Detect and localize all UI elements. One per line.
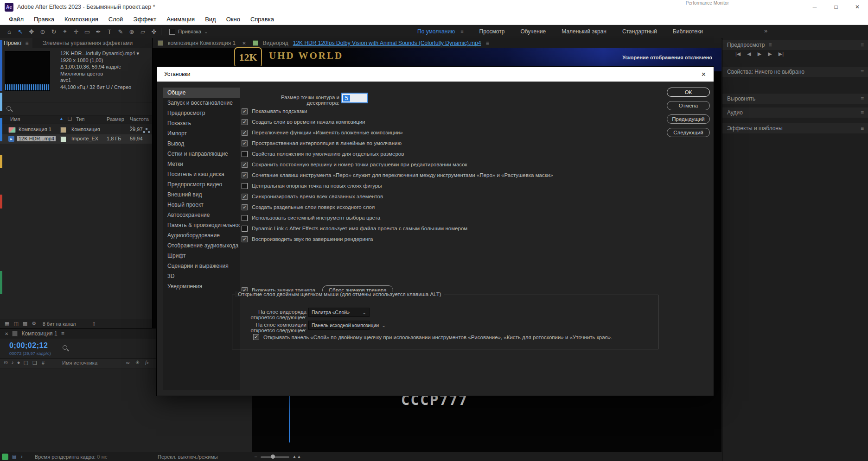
workspace-menu-icon[interactable]: ≡	[460, 29, 463, 34]
transport-icon[interactable]: ▶	[758, 51, 761, 57]
column-feature-icon[interactable]: ♪	[11, 360, 14, 366]
menu-item[interactable]: Эффект	[128, 16, 161, 23]
point-size-input[interactable]: 5	[341, 93, 368, 103]
tab-effect-controls[interactable]: Элементы управления эффектами	[43, 40, 133, 46]
column-feature-icon[interactable]: ●	[17, 360, 20, 366]
panel-preview[interactable]: Предпросмотр ≡ ≡	[722, 40, 868, 50]
hand-tool-icon[interactable]: ✥	[26, 28, 37, 35]
prefs-category[interactable]: Импорт	[163, 128, 240, 139]
menu-item[interactable]: Вид	[200, 16, 221, 23]
transport-icon[interactable]: |◀	[735, 51, 740, 57]
dialog-button[interactable]: ОК	[667, 88, 710, 97]
menu-item[interactable]: Файл	[4, 16, 29, 23]
menu-item[interactable]: Правка	[29, 16, 59, 23]
panel-menu-icon[interactable]: ≡	[768, 42, 772, 48]
fx-switch-icon[interactable]: fx	[145, 360, 149, 366]
prefs-category[interactable]: Сценарии и выражения	[163, 261, 240, 271]
label-column-icon[interactable]: ❏	[68, 116, 72, 121]
timeline-comp-tab[interactable]: Композиция 1	[21, 330, 57, 337]
workspace-tab[interactable]: Стандартный	[622, 28, 657, 35]
comp-layer-open-select[interactable]: Панель исходной композиции ⌄	[308, 321, 370, 330]
panel-align[interactable]: Выровнять ≡	[722, 94, 868, 104]
project-footer-icon[interactable]: ⚙	[32, 321, 36, 327]
prefs-category[interactable]: Вывод	[163, 139, 240, 149]
clone-stamp-tool-icon[interactable]: ⊚	[126, 28, 137, 35]
prefs-category[interactable]: Показать	[163, 118, 240, 128]
minimize-button[interactable]: ─	[804, 0, 825, 14]
footage-tab-filename[interactable]: 12K HDR 120fps Dolby Vision with Animal …	[293, 40, 481, 46]
column-name[interactable]: Имя	[10, 116, 20, 122]
workspace-tab[interactable]: Библиотеки	[673, 28, 703, 35]
close-button[interactable]: ✕	[847, 0, 868, 14]
composition-viewer-tab[interactable]: композиция Композиция 1	[168, 40, 236, 46]
timeline-close-icon[interactable]: ✕	[5, 331, 8, 336]
timeline-search[interactable]	[63, 345, 67, 350]
prefs-category[interactable]: Запуск и восстановление	[163, 98, 240, 108]
prefs-category[interactable]: Предпросмотр	[163, 108, 240, 118]
checkbox[interactable]	[242, 183, 248, 189]
prefs-category[interactable]: Аудиооборудование	[163, 230, 240, 240]
timeline-panel-menu-icon[interactable]: ≡	[61, 330, 64, 337]
prefs-category[interactable]: Метки	[163, 159, 240, 169]
panel-menu-icon[interactable]: ≡	[861, 69, 864, 75]
menu-item[interactable]: Слой	[103, 16, 128, 23]
checkbox[interactable]	[253, 334, 259, 340]
switch-icon[interactable]: ✳	[135, 360, 140, 366]
snap-toggle[interactable]: Привязка ⌄	[169, 29, 208, 35]
prefs-category[interactable]: Шрифт	[163, 251, 240, 261]
panel-menu-icon[interactable]: ≡	[861, 125, 864, 132]
project-footer-icon[interactable]: ◫	[13, 321, 18, 327]
checkbox[interactable]	[242, 108, 248, 114]
orbit-camera-tool-icon[interactable]: ↻	[48, 28, 59, 35]
checkbox[interactable]	[242, 162, 248, 168]
checkbox[interactable]	[242, 236, 248, 242]
prefs-category[interactable]: Общие	[163, 88, 240, 98]
checkbox[interactable]	[242, 204, 248, 210]
zoom-slider[interactable]	[261, 456, 289, 458]
db-icon[interactable]: ▤	[12, 454, 16, 459]
prefs-category[interactable]: Автосохранение	[163, 210, 240, 220]
checkbox[interactable]	[242, 194, 248, 200]
selection-tool-icon[interactable]: ↖	[15, 28, 26, 35]
zoom-out-icon[interactable]: −	[254, 454, 257, 460]
prefs-category[interactable]: Отображение аудиовыхода	[163, 240, 240, 251]
column-size[interactable]: Размер	[107, 116, 124, 122]
delete-icon[interactable]: ▯	[92, 321, 95, 327]
checkbox[interactable]	[242, 226, 248, 232]
viewer-panel-menu-icon[interactable]: ≡	[486, 40, 489, 46]
eraser-tool-icon[interactable]: ▱	[137, 28, 148, 35]
snap-caret-icon[interactable]: ⌄	[204, 29, 208, 34]
workspace-tab[interactable]: Просмотр	[479, 28, 505, 35]
column-type[interactable]: Тип	[76, 116, 84, 122]
panel-effects-presets[interactable]: Эффекты и шаблоны ≡	[722, 123, 868, 133]
color-depth-label[interactable]: 8 бит на канал	[43, 321, 76, 327]
label-color-swatch[interactable]	[60, 136, 66, 142]
pen-tool-icon[interactable]: ✒	[93, 28, 104, 35]
menu-item[interactable]: Композиция	[59, 16, 103, 23]
workspace-tab[interactable]: Маленький экран	[562, 28, 606, 35]
prefs-category[interactable]: Уведомления	[163, 281, 240, 291]
menu-item[interactable]: Справка	[245, 16, 279, 23]
panel-audio[interactable]: Аудио ≡	[722, 107, 868, 118]
search-icon[interactable]	[63, 345, 67, 350]
label-color-swatch[interactable]	[60, 127, 66, 133]
prefs-category[interactable]: Носитель и кэш диска	[163, 169, 240, 179]
switches-modes-toggle[interactable]: Перекл. выключ./режимы	[158, 454, 218, 460]
table-row[interactable]: ▶12K HDR...mp4Importe_EX1,8 ГБ59,94	[0, 134, 152, 144]
project-panel-menu-icon[interactable]: ≡	[26, 40, 29, 46]
zoom-tool-icon[interactable]: ⊙	[37, 28, 48, 35]
maximize-button[interactable]: □	[825, 0, 847, 14]
puppet-pin-tool-icon[interactable]: ✜	[148, 28, 160, 35]
camera-tool-icon[interactable]: ⌖	[59, 28, 70, 35]
column-feature-icon[interactable]: ⊙	[4, 360, 8, 366]
speaker-icon[interactable]: ♪	[20, 454, 23, 459]
prefs-category[interactable]: Предпросмотр видео	[163, 179, 240, 189]
menu-item[interactable]: Окно	[221, 16, 245, 23]
prefs-category[interactable]: Внешний вид	[163, 189, 240, 200]
menu-item[interactable]: Анимация	[161, 16, 200, 23]
zoom-in-icon[interactable]: ▲▲	[292, 454, 301, 459]
transport-icon[interactable]: ▶|	[779, 51, 784, 57]
prefs-category[interactable]: 3D	[163, 271, 240, 281]
column-feature-icon[interactable]: ▢	[23, 360, 28, 366]
dialog-close-icon[interactable]: ✕	[701, 71, 706, 78]
